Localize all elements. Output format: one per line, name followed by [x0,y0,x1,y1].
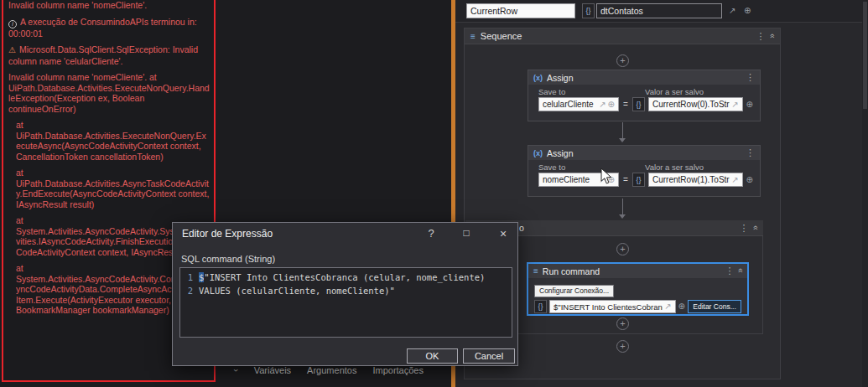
connector-arrow [619,214,626,219]
expression-editor-dialog: Editor de Expressão ? □ × SQL command (S… [172,222,518,366]
configure-connection-button[interactable]: Configurar Conexão... [534,285,614,297]
output-line-text: at UiPath.Database.Activities.ExecuteNon… [16,120,206,162]
value-label: Valor a ser salvo [645,87,704,96]
add-circle-icon[interactable]: ⊕ [746,101,753,109]
assign-labels: Save to Valor a ser salvo [528,85,760,97]
chevron-down-icon[interactable]: › [231,369,242,372]
menu-dots-icon[interactable]: ⋮ [739,223,748,234]
output-line: Invalid column name 'nomeCliente'. at Ui… [8,72,210,114]
assign-header[interactable]: (x) Assign ⋮ [528,146,760,160]
collapse-icon[interactable]: » [767,34,777,39]
run-command-icon: ≡ [533,266,538,276]
expression-editor-icon[interactable]: ↗ [664,302,671,311]
output-line: Invalid column name 'nomeCliente'. [8,0,210,11]
close-icon[interactable]: × [496,227,510,240]
assign-to-value: nomeCliente [543,175,597,184]
assign-value-text: CurrentRow(1).ToString [652,175,730,184]
assign-activity[interactable]: (x) Assign ⋮ Save to Valor a ser salvo c… [528,70,761,121]
cancel-button[interactable]: Cancel [463,348,515,364]
expression-editor-icon[interactable]: ↗ [731,176,738,184]
code-text: "INSERT Into ClientesCobranca (celular, … [204,272,485,282]
menu-dots-icon[interactable]: ⋮ [725,266,734,276]
assign-activity[interactable]: (x) Assign ⋮ Save to Valor a ser salvo n… [528,145,761,197]
foreach-row-header: CurrentRow {} dtContatos ↗ ⊕ [455,0,868,23]
run-command-header[interactable]: ≡ Run command ⋮ » [528,264,747,278]
output-line: ⚠Microsoft.Data.SqlClient.SqlException: … [8,44,210,66]
datatable-input[interactable]: dtContatos [596,3,722,18]
tab-imports[interactable]: Importações [372,365,424,375]
expression-editor-icon[interactable]: ↗ [731,101,738,109]
output-line-text: A execução de ConsumindoAPIs terminou in… [8,17,197,39]
info-icon: i [8,20,17,28]
maximize-icon[interactable]: □ [460,227,473,239]
equals-sign: = [622,100,629,109]
run-command-title: Run command [543,266,600,276]
connector-line [622,199,623,214]
assign-value-text: CurrentRow(0).ToString [652,100,730,109]
vertical-scrollbar[interactable] [862,0,868,387]
add-activity-button[interactable]: + [616,54,629,67]
assign-value-input[interactable]: CurrentRow(1).ToString ↗ [648,173,743,187]
output-line: iA execução de ConsumindoAPIs terminou i… [8,17,210,39]
edit-query-button[interactable]: Editar Cons... [688,300,741,313]
assign-labels: Save to Valor a ser salvo [528,160,760,173]
expression-type-label: SQL command (String) [181,254,275,264]
line-number: 1 [180,271,199,284]
menu-dots-icon[interactable]: ⋮ [746,147,755,158]
tab-arguments[interactable]: Argumentos [307,365,356,375]
warning-icon: ⚠ [8,45,16,54]
sequence-icon: ≡ [470,32,476,41]
output-line: at UiPath.Database.Activities.AsyncTaskC… [8,168,210,209]
tab-variables[interactable]: Variáveis [254,365,291,375]
scrollbar-thumb[interactable] [863,2,867,109]
collapse-icon[interactable]: » [735,269,745,273]
current-row-input[interactable]: CurrentRow [466,3,575,18]
expression-editor-icon[interactable]: ↗ [599,101,606,109]
assign-value-input[interactable]: CurrentRow(0).ToString ↗ [648,97,743,111]
add-circle-icon[interactable]: ⊕ [746,176,753,184]
container-title: o [519,223,524,233]
add-circle-icon[interactable]: ⊕ [678,302,685,311]
datatable-value: dtContatos [600,6,718,16]
output-line-text: Microsoft.Data.SqlClient.SqlException: I… [8,44,198,66]
output-line-text: at UiPath.Database.Activities.AsyncTaskC… [16,168,209,209]
add-activity-button[interactable]: + [616,243,629,255]
assign-icon: (x) [533,74,543,82]
ok-button[interactable]: OK [407,348,458,364]
current-row-value: CurrentRow [470,6,571,16]
value-label: Valor a ser salvo [645,163,704,172]
assign-to-value: celularCliente [543,100,597,109]
braces-icon: {} [534,300,547,313]
sequence-header[interactable]: ≡ Sequence ⋮ » [465,28,780,44]
save-to-label: Save to [538,163,645,172]
code-line: $"INSERT Into ClientesCobranca (celular,… [199,271,485,284]
braces-icon: {} [632,97,645,111]
add-circle-icon[interactable]: ⊕ [608,101,615,109]
dialog-title: Editor de Expressão [182,228,273,240]
connector-line [622,122,623,138]
run-command-activity[interactable]: ≡ Run command ⋮ » Configurar Conexão... … [527,262,749,316]
sql-expression-editor[interactable]: 1 $"INSERT Into ClientesCobranca (celula… [179,267,512,338]
braces-icon: {} [632,173,645,187]
assign-to-input[interactable]: celularCliente ↗ ⊕ [538,97,619,111]
mouse-cursor [600,168,612,188]
menu-dots-icon[interactable]: ⋮ [756,31,765,42]
expression-editor-icon[interactable]: ↗ [729,7,735,15]
output-line-text: Invalid column name 'nomeCliente'. [8,0,147,10]
assign-title: Assign [547,148,574,158]
add-circle-icon[interactable]: ⊕ [744,7,751,15]
bottom-panel-tabs: › Variáveis Argumentos Importações [235,365,424,375]
menu-dots-icon[interactable]: ⋮ [746,72,755,83]
output-line: at UiPath.Database.Activities.ExecuteNon… [8,120,210,162]
braces-icon: {} [582,3,595,18]
help-icon[interactable]: ? [424,227,438,240]
add-activity-button[interactable]: + [616,317,629,330]
code-text: VALUES (celularCliente, nomeCliente)" [199,286,395,296]
assign-icon: (x) [533,149,543,157]
collapse-icon[interactable]: » [751,226,760,230]
add-activity-button[interactable]: + [616,340,629,353]
sql-command-input[interactable]: $"INSERT Into ClientesCobranca ↗ [549,300,676,313]
assign-header[interactable]: (x) Assign ⋮ [528,70,760,85]
assign-title: Assign [547,73,574,83]
output-line-text: Invalid column name 'nomeCliente'. at Ui… [8,72,210,114]
